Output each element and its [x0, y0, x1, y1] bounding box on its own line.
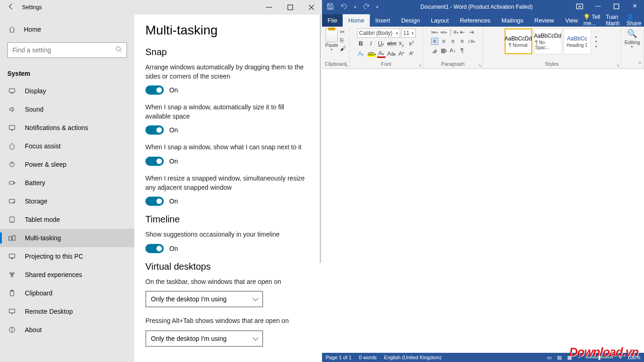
- font-name-combo[interactable]: Calibri (Body)▾: [357, 28, 400, 38]
- style-heading-1[interactable]: AaBbCcHeading 1: [564, 28, 591, 54]
- zoom-slider[interactable]: [586, 357, 613, 358]
- minimize-button[interactable]: [259, 0, 280, 15]
- back-button[interactable]: [0, 3, 22, 12]
- status-lang[interactable]: English (United Kingdom): [384, 355, 442, 360]
- strikethrough-button[interactable]: abc: [387, 40, 396, 47]
- style---no-spac---[interactable]: AaBbCcDd¶ No Spac...: [534, 28, 562, 54]
- web-layout-icon[interactable]: ▦: [567, 355, 572, 361]
- highlight-button[interactable]: ab▾: [367, 50, 375, 57]
- tab-file[interactable]: File: [322, 14, 343, 27]
- font-size-combo[interactable]: 11▾: [401, 28, 416, 38]
- paragraph-launcher-icon[interactable]: ↘: [478, 63, 482, 68]
- sidebar-home-button[interactable]: Home: [0, 20, 134, 39]
- share-button[interactable]: 👤 Share: [627, 14, 641, 27]
- word-minimize-button[interactable]: —: [589, 3, 607, 11]
- tell-me[interactable]: 💡 Tell me...: [583, 14, 602, 27]
- sidebar-item-notifications[interactable]: Notifications & actions: [0, 119, 134, 137]
- collapse-ribbon-icon[interactable]: ⌃: [638, 61, 642, 68]
- tab-home[interactable]: Home: [343, 14, 370, 27]
- qat-dropdown-1[interactable]: ▾: [354, 5, 356, 9]
- snap-toggle-1[interactable]: [145, 125, 164, 135]
- status-words[interactable]: 0 words: [359, 355, 377, 360]
- align-right-button[interactable]: ≡: [449, 38, 457, 45]
- styles-launcher-icon[interactable]: ↘: [616, 63, 620, 68]
- snap-toggle-2[interactable]: [145, 157, 164, 166]
- shading-button[interactable]: ◢▾: [431, 47, 438, 54]
- sidebar-item-battery[interactable]: Battery: [0, 174, 134, 192]
- text-effects-button[interactable]: A▾: [357, 50, 365, 57]
- tab-mailings[interactable]: Mailings: [496, 14, 529, 27]
- redo-icon[interactable]: [362, 3, 370, 11]
- underline-button[interactable]: U▾: [377, 40, 385, 47]
- qat-customize-icon[interactable]: ▾: [376, 5, 378, 9]
- snap-toggle-0[interactable]: [145, 85, 164, 95]
- snap-toggle-3[interactable]: [145, 197, 164, 206]
- close-button[interactable]: [301, 0, 322, 15]
- timeline-toggle[interactable]: [145, 244, 164, 253]
- read-mode-icon[interactable]: ▭: [547, 355, 552, 361]
- sidebar-item-about[interactable]: About: [0, 321, 134, 339]
- copy-icon[interactable]: ⎘: [340, 37, 346, 44]
- grow-font-button[interactable]: A▴: [397, 50, 406, 57]
- align-left-button[interactable]: ≡: [431, 38, 438, 45]
- sort-button[interactable]: A↓: [449, 47, 457, 54]
- tab-view[interactable]: View: [559, 14, 583, 27]
- word-maximize-button[interactable]: [607, 3, 626, 11]
- style---normal[interactable]: AaBbCcDd¶ Normal: [505, 28, 532, 54]
- scrollbar[interactable]: [320, 15, 321, 263]
- sidebar-item-shared-exp[interactable]: Shared experiences: [0, 266, 134, 284]
- tab-review[interactable]: Review: [529, 14, 560, 27]
- user-name[interactable]: Tuan Manh: [606, 14, 623, 27]
- numbering-button[interactable]: ≕▾: [440, 28, 448, 36]
- justify-button[interactable]: ≡: [459, 38, 466, 45]
- word-close-button[interactable]: ✕: [626, 3, 644, 11]
- print-layout-icon[interactable]: ▤: [557, 355, 562, 361]
- search-input[interactable]: [7, 42, 127, 58]
- borders-button[interactable]: ▦▾: [440, 47, 448, 54]
- clipboard-launcher-icon[interactable]: ↘: [345, 63, 348, 68]
- cut-icon[interactable]: ✂: [340, 28, 346, 35]
- format-painter-icon[interactable]: 🖌: [340, 45, 346, 52]
- font-color-button[interactable]: A▾: [377, 50, 385, 58]
- ribbon-display-options-icon[interactable]: [570, 3, 589, 11]
- zoom-out-button[interactable]: −: [577, 355, 580, 360]
- bullets-button[interactable]: ≔▾: [431, 28, 438, 36]
- vd-alttab-dropdown[interactable]: Only the desktop I'm using: [145, 330, 263, 347]
- increase-indent-button[interactable]: ⇥: [468, 28, 475, 36]
- undo-icon[interactable]: [340, 3, 348, 11]
- font-launcher-icon[interactable]: ↘: [418, 63, 422, 68]
- find-button[interactable]: 🔍 Editing ▾: [625, 28, 640, 49]
- sidebar-item-projecting[interactable]: Projecting to this PC: [0, 247, 134, 266]
- zoom-in-button[interactable]: +: [619, 355, 621, 360]
- vd-taskbar-dropdown[interactable]: Only the desktop I'm using: [145, 291, 263, 307]
- show-marks-button[interactable]: ¶: [459, 47, 466, 54]
- sidebar-item-sound[interactable]: Sound: [0, 100, 134, 119]
- document-canvas[interactable]: [322, 69, 644, 353]
- tab-references[interactable]: References: [454, 14, 496, 27]
- tab-layout[interactable]: Layout: [426, 14, 454, 27]
- multilevel-list-button[interactable]: ⋮≡▾: [449, 28, 457, 36]
- tab-design[interactable]: Design: [396, 14, 425, 27]
- superscript-button[interactable]: x2: [408, 40, 416, 47]
- maximize-button[interactable]: [280, 0, 301, 15]
- styles-more-button[interactable]: ▴▾▾: [593, 28, 599, 54]
- decrease-indent-button[interactable]: ⇤: [459, 28, 466, 36]
- tab-insert[interactable]: Insert: [370, 14, 396, 27]
- sidebar-item-power-sleep[interactable]: Power & sleep: [0, 155, 134, 174]
- shrink-font-button[interactable]: A▾: [408, 51, 416, 56]
- italic-button[interactable]: I: [367, 40, 375, 47]
- sidebar-item-storage[interactable]: Storage: [0, 192, 134, 210]
- sidebar-item-tablet-mode[interactable]: Tablet mode: [0, 210, 134, 229]
- subscript-button[interactable]: x2: [397, 40, 406, 48]
- sidebar-item-remote-desktop[interactable]: Remote Desktop: [0, 302, 134, 321]
- sidebar-item-multi-tasking[interactable]: Multi-tasking: [0, 229, 134, 247]
- bold-button[interactable]: B: [357, 40, 365, 47]
- zoom-level[interactable]: 100%: [627, 355, 640, 360]
- line-spacing-button[interactable]: ↕≡▾: [468, 38, 475, 45]
- sidebar-item-clipboard[interactable]: Clipboard: [0, 284, 134, 302]
- save-icon[interactable]: [327, 3, 334, 11]
- change-case-button[interactable]: Aa▾: [387, 50, 396, 57]
- paste-button[interactable]: Paste ▾: [325, 28, 338, 52]
- status-page[interactable]: Page 1 of 1: [326, 355, 351, 360]
- sidebar-item-display[interactable]: Display: [0, 82, 134, 100]
